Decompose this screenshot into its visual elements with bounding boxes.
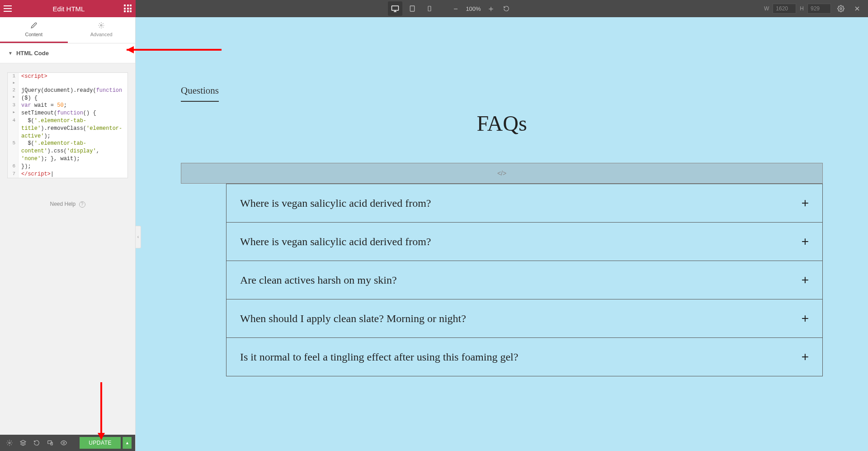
accordion-question: Are clean actives harsh on my skin? — [240, 274, 397, 286]
help-icon: ? — [79, 201, 85, 208]
widgets-grid-icon[interactable] — [124, 5, 132, 13]
plus-icon: + — [802, 311, 809, 326]
plus-icon: + — [802, 234, 809, 249]
close-icon[interactable] — [851, 2, 863, 15]
accordion-question: Where is vegan salicylic acid derived fr… — [240, 236, 431, 248]
width-input[interactable] — [773, 4, 796, 14]
height-input[interactable] — [807, 4, 831, 14]
svg-point-3 — [840, 8, 842, 9]
svg-point-7 — [9, 442, 10, 444]
accordion-question: Where is vegan salicylic acid derived fr… — [240, 197, 431, 209]
code-placeholder-icon: </> — [497, 170, 506, 177]
settings-icon[interactable] — [835, 2, 847, 15]
width-label: W — [764, 5, 769, 12]
device-desktop-button[interactable] — [388, 1, 402, 16]
accordion-question: Is it normal to feel a tingling effect a… — [240, 351, 518, 363]
height-label: H — [800, 5, 804, 12]
questions-label: Questions — [181, 85, 219, 102]
accordion-item[interactable]: When should I apply clean slate? Morning… — [226, 299, 823, 338]
html-widget-placeholder[interactable]: </> — [181, 163, 823, 184]
tab-advanced[interactable]: Advanced — [68, 17, 136, 43]
svg-marker-14 — [98, 433, 105, 440]
need-help-link[interactable]: Need Help ? — [50, 201, 85, 207]
faq-accordion: Where is vegan salicylic acid derived fr… — [226, 184, 823, 376]
plus-icon: + — [802, 196, 809, 210]
zoom-reset-button[interactable] — [501, 3, 512, 14]
pencil-icon — [31, 22, 37, 30]
svg-rect-1 — [410, 6, 415, 11]
accordion-question: When should I apply clean slate? Morning… — [240, 313, 466, 325]
zoom-in-button[interactable]: ＋ — [486, 3, 496, 14]
device-mobile-button[interactable] — [422, 1, 437, 16]
gear-icon — [98, 22, 104, 30]
panel-title: Edit HTML — [53, 5, 85, 13]
tab-content-label: Content — [25, 32, 42, 37]
responsive-icon[interactable] — [44, 437, 56, 449]
accordion-item[interactable]: Where is vegan salicylic acid derived fr… — [226, 184, 823, 223]
plus-icon: + — [802, 350, 809, 364]
faqs-heading: FAQs — [172, 111, 832, 136]
accordion-item[interactable]: Is it normal to feel a tingling effect a… — [226, 338, 823, 376]
section-html-code[interactable]: ▼ HTML Code — [0, 43, 135, 63]
device-tablet-button[interactable] — [405, 1, 420, 16]
panel-settings-icon[interactable] — [4, 437, 15, 449]
annotation-arrow-down — [94, 382, 108, 441]
tab-advanced-label: Advanced — [90, 32, 113, 37]
svg-marker-12 — [127, 46, 134, 53]
accordion-item[interactable]: Are clean actives harsh on my skin? + — [226, 261, 823, 299]
tab-content[interactable]: Content — [0, 17, 68, 43]
sidebar-collapse-handle[interactable]: ‹ — [136, 226, 141, 248]
update-dropdown-button[interactable]: ▲ — [123, 437, 132, 449]
preview-canvas[interactable]: Questions FAQs </> Where is vegan salicy… — [136, 17, 868, 451]
svg-rect-2 — [428, 6, 431, 11]
svg-point-6 — [101, 24, 103, 26]
svg-point-10 — [63, 442, 65, 444]
section-title: HTML Code — [16, 50, 49, 57]
history-icon[interactable] — [31, 437, 42, 449]
navigator-icon[interactable] — [17, 437, 29, 449]
need-help-text: Need Help — [50, 201, 75, 207]
zoom-out-button[interactable]: － — [450, 3, 461, 14]
html-code-editor[interactable]: 1 ▸<script> 2 ▸jQuery(document).ready(fu… — [7, 72, 128, 178]
zoom-level: 100% — [466, 5, 481, 12]
menu-icon[interactable] — [4, 4, 14, 14]
annotation-arrow-left — [127, 43, 226, 57]
svg-rect-0 — [392, 6, 399, 10]
preview-icon[interactable] — [58, 437, 70, 449]
plus-icon: + — [802, 273, 809, 287]
caret-down-icon: ▼ — [8, 51, 13, 56]
accordion-item[interactable]: Where is vegan salicylic acid derived fr… — [226, 223, 823, 261]
